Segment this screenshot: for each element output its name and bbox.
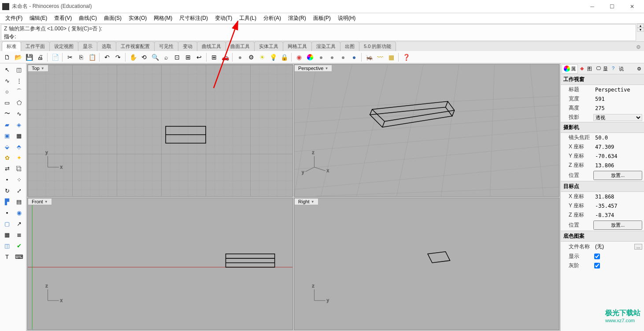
scroll-down-icon[interactable]: ▼ bbox=[637, 28, 644, 32]
val-tgt-x[interactable]: 31.868 bbox=[593, 193, 642, 200]
open-icon[interactable]: 📂 bbox=[13, 52, 23, 62]
menu-mesh[interactable]: 网格(M) bbox=[150, 13, 176, 23]
properties-icon[interactable]: ☀ bbox=[257, 52, 267, 62]
circle-icon[interactable]: ○ bbox=[2, 87, 12, 96]
scale-icon[interactable]: ⤢ bbox=[14, 186, 24, 195]
zoom-selected-icon[interactable]: ⊞ bbox=[183, 52, 193, 62]
polyline-icon[interactable]: ∿ bbox=[2, 76, 12, 85]
grid-icon[interactable]: ▦ bbox=[2, 230, 12, 239]
viewport-perspective[interactable]: Perspective▼ xzy bbox=[294, 64, 559, 197]
btn-bg-browse[interactable]: ... bbox=[634, 244, 642, 250]
menu-file[interactable]: 文件(F) bbox=[2, 13, 26, 23]
viewport-top-label[interactable]: Top▼ bbox=[28, 65, 48, 72]
tooltab-curvetools[interactable]: 曲线工具 bbox=[197, 41, 226, 51]
save-icon[interactable]: 💾 bbox=[24, 52, 34, 62]
menu-tools[interactable]: 工具(L) bbox=[236, 13, 260, 23]
tooltab-visibility[interactable]: 可见性 bbox=[154, 41, 178, 51]
sphere1-icon[interactable]: ● bbox=[316, 52, 326, 62]
light-icon[interactable]: 💡 bbox=[268, 52, 278, 62]
help-icon[interactable]: ❓ bbox=[401, 52, 411, 62]
close-button[interactable]: ✕ bbox=[622, 0, 642, 13]
rotate-tool-icon[interactable]: ↻ bbox=[2, 186, 12, 195]
extrude2-icon[interactable]: ▛ bbox=[2, 197, 12, 206]
viewport-front-label[interactable]: Front▼ bbox=[28, 198, 52, 205]
redo-icon[interactable]: ↷ bbox=[113, 52, 123, 62]
options-icon[interactable]: ⚙ bbox=[246, 52, 256, 62]
export-icon[interactable]: ↗ bbox=[14, 219, 24, 228]
polygon-icon[interactable]: ⬠ bbox=[14, 98, 24, 107]
tooltab-display[interactable]: 显示 bbox=[78, 41, 97, 51]
explode-icon[interactable]: ✦ bbox=[14, 153, 24, 162]
new-icon[interactable]: 🗋 bbox=[2, 52, 12, 62]
viewport-right[interactable]: Right▼ yz bbox=[294, 198, 559, 330]
sphere2-icon[interactable]: ● bbox=[327, 52, 337, 62]
layout-icon[interactable]: ▦ bbox=[386, 52, 396, 62]
hue-icon[interactable] bbox=[305, 52, 315, 62]
extrude-icon[interactable]: ⬘ bbox=[14, 142, 24, 151]
curve2-icon[interactable]: ∿ bbox=[14, 109, 24, 118]
viewport-front[interactable]: Front▼ xz bbox=[27, 198, 293, 330]
val-cam-x[interactable]: 47.309 bbox=[593, 143, 642, 151]
menu-panels[interactable]: 面板(P) bbox=[310, 13, 334, 23]
zoom-window-icon[interactable]: ⌕ bbox=[161, 52, 171, 62]
tooltab-setview[interactable]: 设定视图 bbox=[49, 41, 78, 51]
rotate-icon[interactable]: ⟲ bbox=[139, 52, 149, 62]
menu-help[interactable]: 说明(H) bbox=[334, 13, 359, 23]
pointer-icon[interactable]: ↖ bbox=[2, 65, 12, 74]
box-icon[interactable]: ▣ bbox=[2, 131, 12, 140]
menu-dimension[interactable]: 尺寸标注(D) bbox=[176, 13, 211, 23]
render-icon[interactable]: ◉ bbox=[294, 52, 304, 62]
tooltab-cplane[interactable]: 工作平面 bbox=[21, 41, 50, 51]
tooltab-meshtools[interactable]: 网格工具 bbox=[283, 41, 312, 51]
tooltab-surfacetools[interactable]: 曲面工具 bbox=[226, 41, 255, 51]
surface-icon[interactable]: ▰ bbox=[2, 120, 12, 129]
val-cam-z[interactable]: 13.806 bbox=[593, 162, 642, 169]
viewport-right-label[interactable]: Right▼ bbox=[294, 198, 318, 205]
sphere4-icon[interactable]: ● bbox=[349, 52, 359, 62]
tooltab-drafting[interactable]: 出图 bbox=[340, 41, 359, 51]
val-cam-y[interactable]: -70.634 bbox=[593, 153, 642, 160]
array-icon[interactable]: ▤ bbox=[14, 197, 24, 206]
viewport-perspective-label[interactable]: Perspective▼ bbox=[294, 65, 332, 72]
open2-icon[interactable]: ▢ bbox=[2, 219, 12, 228]
tabstrip-gear-icon[interactable]: ⚙ bbox=[634, 43, 642, 51]
print-icon[interactable]: 🖨 bbox=[35, 52, 45, 62]
pan-icon[interactable]: ✋ bbox=[128, 52, 138, 62]
sel-projection[interactable]: 透视 bbox=[593, 114, 642, 121]
check-icon[interactable]: ✔ bbox=[14, 241, 24, 250]
viewport-top[interactable]: Top▼ xy bbox=[27, 64, 293, 197]
arc-icon[interactable]: ⌒ bbox=[14, 87, 24, 96]
tooltab-solidtools[interactable]: 实体工具 bbox=[254, 41, 283, 51]
surface2-icon[interactable]: ◈ bbox=[14, 120, 24, 129]
panel-tab-layers[interactable]: ◆图 bbox=[578, 65, 594, 73]
point-icon[interactable]: ⋮ bbox=[14, 76, 24, 85]
import-icon[interactable]: 📄 bbox=[50, 52, 60, 62]
btn-cam-place[interactable]: 放置... bbox=[593, 171, 642, 180]
val-focal[interactable]: 50.0 bbox=[593, 134, 642, 141]
t2-icon[interactable]: ⌨ bbox=[14, 252, 24, 261]
menu-analyze[interactable]: 分析(A) bbox=[260, 13, 285, 23]
tooltab-select[interactable]: 选取 bbox=[97, 41, 116, 51]
chk-bg-show[interactable] bbox=[594, 254, 600, 259]
val-tgt-z[interactable]: -8.374 bbox=[593, 212, 642, 219]
gear-icon[interactable]: ✿ bbox=[2, 153, 12, 162]
menu-view[interactable]: 查看(V) bbox=[51, 13, 75, 23]
minimize-button[interactable]: ─ bbox=[582, 0, 602, 13]
spiral-icon[interactable]: 〰 bbox=[375, 52, 385, 62]
copy-tool-icon[interactable]: ⿻ bbox=[14, 164, 24, 173]
shade-icon[interactable]: ● bbox=[235, 52, 245, 62]
zoom-dynamic-icon[interactable]: 🔍 bbox=[150, 52, 160, 62]
tooltab-newv5[interactable]: 5.0 的新功能 bbox=[359, 41, 396, 51]
dot-icon[interactable]: • bbox=[2, 175, 12, 184]
tooltab-transform[interactable]: 变动 bbox=[178, 41, 197, 51]
copy-icon[interactable]: ⎘ bbox=[76, 52, 86, 62]
menu-solid[interactable]: 实体(O) bbox=[125, 13, 150, 23]
grasshopper-icon[interactable]: 🦗 bbox=[364, 52, 374, 62]
panel-gear-icon[interactable]: ⚙ bbox=[635, 65, 643, 73]
dim-icon[interactable]: ◫ bbox=[2, 241, 12, 250]
panel-tab-help[interactable]: ?说 bbox=[610, 65, 625, 73]
command-input[interactable] bbox=[18, 33, 633, 40]
menu-surface[interactable]: 曲面(S) bbox=[100, 13, 125, 23]
four-viewports-icon[interactable]: ⊞ bbox=[209, 52, 219, 62]
text-icon[interactable]: T bbox=[2, 252, 12, 261]
